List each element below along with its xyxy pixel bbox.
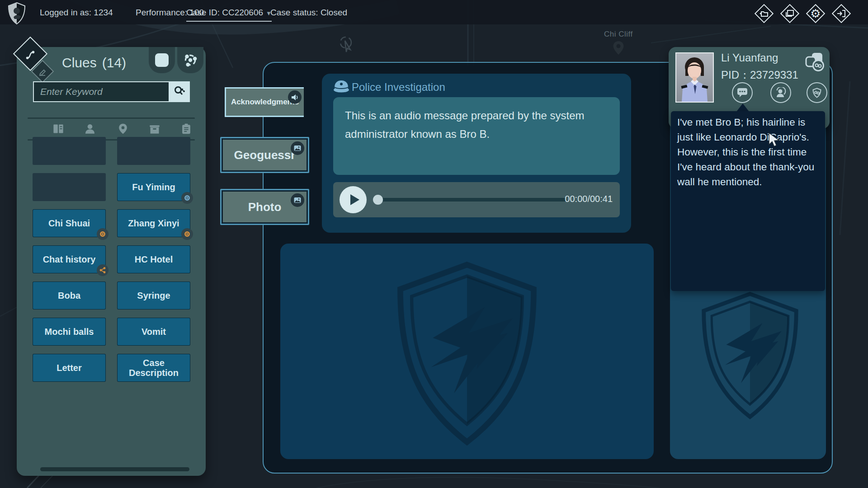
search-input[interactable]	[33, 81, 169, 102]
notes-button[interactable]	[149, 47, 175, 73]
report-icon[interactable]	[180, 123, 192, 135]
clues-count: (14)	[102, 55, 126, 70]
talk-button[interactable]	[732, 82, 753, 103]
character-pid: PID：23729331	[721, 68, 798, 82]
linked-badge-icon	[97, 264, 108, 276]
interview-icon	[775, 87, 787, 98]
investigation-message: This is an audio message prepared by the…	[333, 97, 620, 175]
case-actions-icon[interactable]	[803, 52, 825, 73]
dialogue-bubble: I've met Bro B; his hairline is just lik…	[671, 111, 825, 291]
dialogue-bubble-tip	[736, 103, 749, 112]
clues-scrollbar[interactable]	[40, 467, 189, 471]
map-click-icon	[337, 34, 358, 55]
case-content-box	[280, 244, 654, 459]
clue-button[interactable]: Mochi balls	[33, 318, 106, 346]
settings-button[interactable]: ⚙	[805, 3, 826, 24]
character-name: Li Yuanfang	[721, 52, 778, 64]
audio-badge-icon	[288, 90, 302, 104]
play-icon	[350, 194, 359, 205]
character-avatar	[676, 53, 713, 102]
evidence-icon[interactable]	[149, 123, 160, 135]
chat-bubble-icon	[737, 88, 748, 98]
gear-icon: ⚙	[805, 3, 826, 24]
audio-progress-track[interactable]	[377, 198, 566, 202]
audio-progress-handle[interactable]	[373, 195, 383, 205]
logged-in-label: Logged in as: 1234	[40, 8, 113, 18]
relations-button[interactable]	[177, 47, 203, 73]
open-case-button[interactable]	[753, 3, 775, 24]
case-id-dropdown[interactable]: Case ID: CC220606▼	[186, 8, 272, 22]
police-hat-icon	[333, 79, 350, 94]
clue-button[interactable]: Case Description	[117, 354, 190, 382]
clue-button[interactable]: Zhang Xinyi	[117, 209, 190, 237]
note-icon	[155, 53, 169, 67]
game-screen: Chi Cliff Logged in as: 1234 Performance…	[0, 0, 868, 488]
clue-button[interactable]: Chat history	[33, 245, 106, 273]
search-bar	[33, 81, 190, 102]
exit-button[interactable]	[830, 3, 852, 24]
map-place-label: Chi Cliff	[604, 30, 633, 39]
exit-icon	[830, 3, 852, 24]
clues-panel: Clues(14)	[17, 47, 206, 476]
clue-button[interactable]: HC Hotel	[117, 245, 190, 273]
windows-icon	[779, 3, 801, 24]
open-case-icon	[753, 3, 775, 24]
investigation-panel: Police Investigation This is an audio me…	[322, 74, 631, 233]
clue-button[interactable]: Chi Shuai	[33, 209, 106, 237]
viewed-badge-icon	[181, 228, 193, 240]
tab-photo[interactable]: Photo	[220, 189, 309, 225]
clue-button[interactable]: Letter	[33, 354, 106, 382]
clue-slot-empty	[33, 137, 106, 165]
audio-time: 00:00/00:41	[565, 194, 613, 204]
arrest-button[interactable]	[807, 82, 827, 103]
investigation-title: Police Investigation	[352, 81, 445, 94]
viewed-badge-icon	[97, 228, 108, 240]
interview-button[interactable]	[770, 82, 791, 103]
arrest-shield-icon	[812, 88, 822, 98]
image-badge-icon	[291, 193, 304, 207]
shield-watermark	[386, 260, 548, 447]
network-icon	[183, 52, 198, 68]
location-icon[interactable]	[117, 123, 129, 135]
clue-button[interactable]: Vomit	[117, 318, 190, 346]
records-icon[interactable]	[52, 123, 64, 135]
map-pin-icon	[613, 41, 624, 55]
mouse-cursor	[768, 132, 783, 148]
case-status-label: Case status: Closed	[270, 8, 347, 18]
clue-slot-empty	[33, 173, 106, 201]
top-status-bar: Logged in as: 1234 Performance: 100 Case…	[0, 0, 868, 24]
clues-title: Clues(14)	[62, 55, 126, 70]
app-logo-shield-icon	[7, 2, 26, 24]
tab-acknowledgments[interactable]: Acknowledgments	[225, 87, 304, 117]
search-icon	[173, 85, 186, 98]
play-button[interactable]	[340, 186, 367, 213]
clue-button[interactable]: Boba	[33, 282, 106, 310]
shield-watermark	[693, 291, 807, 420]
person-icon[interactable]	[84, 123, 96, 135]
clue-button[interactable]: Fu Yiming	[117, 173, 190, 201]
windows-button[interactable]	[779, 3, 801, 24]
search-button[interactable]	[169, 81, 190, 102]
clue-button[interactable]: Syringe	[117, 282, 190, 310]
image-badge-icon	[291, 141, 304, 155]
tab-geoguessr[interactable]: Geoguessr	[220, 137, 309, 173]
clue-slot-empty	[117, 137, 190, 165]
viewed-badge-icon	[181, 192, 193, 204]
audio-player: 00:00/00:41	[333, 182, 620, 217]
